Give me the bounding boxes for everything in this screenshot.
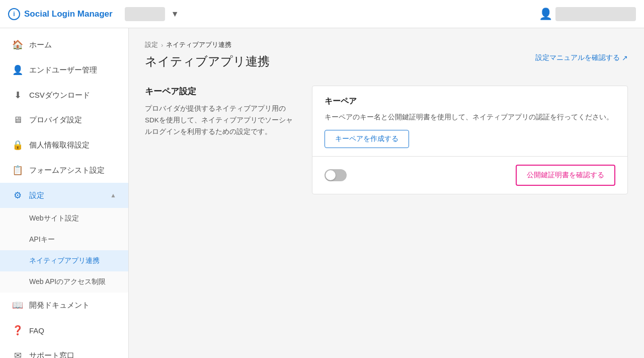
breadcrumb-separator: ›	[161, 41, 163, 49]
csv-icon: ⬇	[12, 90, 23, 101]
sidebar-sub-item-native[interactable]: ネイティブアプリ連携	[0, 250, 128, 271]
user-avatar-icon: 👤	[539, 8, 552, 21]
privacy-icon: 🔒	[12, 139, 23, 151]
sidebar-item-support[interactable]: ✉ サポート窓口	[0, 343, 128, 358]
header-site-area: ▼	[125, 7, 181, 21]
content-area: キーペア設定 プロバイダが提供するネイティブアプリ用のSDKを使用して、ネイティ…	[145, 86, 628, 194]
sidebar-item-faq-label: FAQ	[29, 326, 116, 335]
sidebar-sub-item-apikey-label: APIキー	[29, 235, 55, 244]
card-row: 公開鍵証明書を確認する	[312, 157, 627, 194]
sidebar-sub-item-website-label: Webサイト設定	[29, 214, 79, 223]
sidebar-item-provider-label: プロバイダ設定	[29, 115, 116, 125]
sidebar-item-form-label: フォームアシスト設定	[29, 166, 116, 175]
sidebar-item-home[interactable]: 🏠 ホーム	[0, 32, 128, 57]
layout: 🏠 ホーム 👤 エンドユーザー管理 ⬇ CSVダウンロード 🖥 プロバイダ設定 …	[0, 28, 644, 358]
section-title: キーペア設定	[145, 86, 296, 97]
sidebar-item-faq[interactable]: ❓ FAQ	[0, 318, 128, 343]
dev-docs-icon: 📖	[12, 300, 23, 311]
card-header: キーペア キーペアのキー名と公開鍵証明書を使用して、ネイティブアプリの認証を行っ…	[312, 86, 627, 157]
manual-link-label: 設定マニュアルを確認する	[535, 53, 620, 62]
sidebar-item-privacy-label: 個人情報取得設定	[29, 140, 116, 150]
sidebar-item-csv[interactable]: ⬇ CSVダウンロード	[0, 83, 128, 108]
sidebar-item-csv-label: CSVダウンロード	[29, 91, 116, 100]
sidebar-item-home-label: ホーム	[29, 40, 116, 50]
faq-icon: ❓	[12, 325, 23, 336]
external-link-icon: ↗	[622, 54, 628, 62]
form-icon: 📋	[12, 165, 23, 176]
settings-submenu: Webサイト設定 APIキー ネイティブアプリ連携 Web APIのアクセス制限	[0, 208, 128, 293]
manual-link[interactable]: 設定マニュアルを確認する ↗	[535, 53, 628, 62]
sidebar-sub-item-webapi-label: Web APIのアクセス制限	[29, 277, 106, 287]
provider-icon: 🖥	[12, 115, 23, 125]
sidebar-item-form[interactable]: 📋 フォームアシスト設定	[0, 158, 128, 183]
user-menu: 👤	[539, 7, 636, 21]
sidebar-item-support-label: サポート窓口	[29, 351, 116, 359]
sidebar-item-provider[interactable]: 🖥 プロバイダ設定	[0, 108, 128, 132]
sidebar: 🏠 ホーム 👤 エンドユーザー管理 ⬇ CSVダウンロード 🖥 プロバイダ設定 …	[0, 28, 129, 358]
page-header: ネイティブアプリ連携 設定マニュアルを確認する ↗	[145, 53, 628, 69]
app-logo: i Social Login Manager	[8, 8, 113, 20]
create-keypair-button[interactable]: キーペアを作成する	[325, 130, 409, 148]
card-row-left	[325, 169, 347, 181]
site-selector[interactable]	[125, 7, 165, 21]
breadcrumb-parent[interactable]: 設定	[145, 40, 158, 49]
view-certificate-button[interactable]: 公開鍵証明書を確認する	[516, 165, 615, 186]
sidebar-item-dev-docs[interactable]: 📖 開発ドキュメント	[0, 293, 128, 318]
main-content: 設定 › ネイティブアプリ連携 ネイティブアプリ連携 設定マニュアルを確認する …	[129, 28, 644, 358]
keypair-card: キーペア キーペアのキー名と公開鍵証明書を使用して、ネイティブアプリの認証を行っ…	[312, 86, 628, 194]
header-right: 👤	[539, 7, 636, 21]
sidebar-item-dev-docs-label: 開発ドキュメント	[29, 301, 116, 310]
settings-arrow-icon: ▲	[110, 192, 116, 199]
home-icon: 🏠	[12, 39, 23, 50]
sidebar-sub-item-website[interactable]: Webサイト設定	[0, 208, 128, 229]
sidebar-item-settings-label: 設定	[29, 191, 104, 200]
section-text: プロバイダが提供するネイティブアプリ用のSDKを使用して、ネイティブアプリでソー…	[145, 103, 296, 138]
site-dropdown-button[interactable]: ▼	[169, 8, 181, 21]
sidebar-sub-item-webapi[interactable]: Web APIのアクセス制限	[0, 271, 128, 293]
settings-icon: ⚙	[12, 190, 23, 201]
toggle-switch[interactable]	[325, 169, 347, 181]
sidebar-item-end-user[interactable]: 👤 エンドユーザー管理	[0, 57, 128, 83]
header-left: i Social Login Manager ▼	[8, 7, 181, 21]
breadcrumb-current: ネイティブアプリ連携	[166, 40, 231, 49]
breadcrumb: 設定 › ネイティブアプリ連携	[145, 40, 628, 49]
sidebar-sub-item-native-label: ネイティブアプリ連携	[29, 256, 100, 265]
logo-icon: i	[8, 8, 20, 20]
sidebar-item-settings[interactable]: ⚙ 設定 ▲	[0, 183, 128, 208]
page-title: ネイティブアプリ連携	[145, 53, 270, 69]
sidebar-item-privacy[interactable]: 🔒 個人情報取得設定	[0, 132, 128, 158]
section-description: キーペア設定 プロバイダが提供するネイティブアプリ用のSDKを使用して、ネイティ…	[145, 86, 296, 138]
user-label[interactable]	[555, 7, 636, 21]
sidebar-item-end-user-label: エンドユーザー管理	[29, 65, 116, 75]
sidebar-sub-item-apikey[interactable]: APIキー	[0, 229, 128, 250]
end-user-icon: 👤	[12, 64, 23, 76]
support-icon: ✉	[12, 350, 23, 358]
card-title: キーペア	[325, 96, 615, 107]
card-description: キーペアのキー名と公開鍵証明書を使用して、ネイティブアプリの認証を行ってください…	[325, 113, 615, 122]
app-title: Social Login Manager	[24, 9, 113, 19]
header: i Social Login Manager ▼ 👤	[0, 0, 644, 28]
